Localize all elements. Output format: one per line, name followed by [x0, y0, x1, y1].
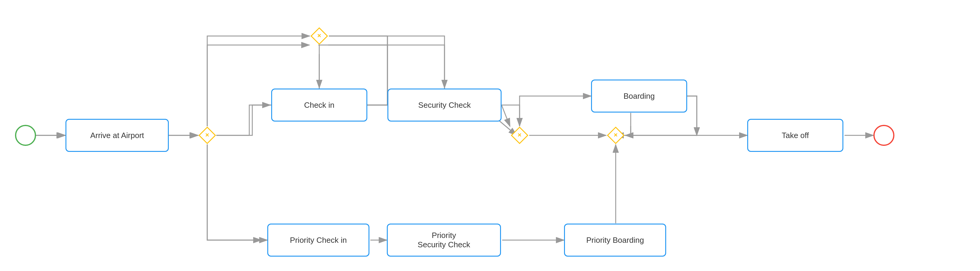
gateway-merge: × [607, 126, 625, 144]
arrive-airport-label: Arrive at Airport [90, 131, 144, 140]
svg-line-11 [501, 105, 510, 126]
takeoff-label: Take off [782, 131, 809, 140]
checkin-label: Check in [304, 101, 334, 110]
security-check-label: Security Check [418, 101, 471, 110]
end-event [873, 125, 894, 146]
svg-text:×: × [614, 131, 618, 139]
priority-security-label: Priority Security Check [418, 231, 470, 249]
svg-text:×: × [205, 131, 209, 139]
gateway1: × [198, 126, 216, 144]
priority-checkin-label: Priority Check in [290, 236, 347, 245]
arrive-airport-node: Arrive at Airport [65, 119, 169, 152]
gateway-top: × [310, 27, 328, 45]
gateway-mid: × [511, 126, 528, 144]
boarding-node: Boarding [591, 79, 687, 113]
priority-boarding-node: Priority Boarding [564, 223, 666, 257]
priority-checkin-node: Priority Check in [267, 223, 369, 257]
start-event [15, 125, 36, 146]
boarding-label: Boarding [624, 92, 655, 101]
svg-text:×: × [317, 32, 321, 39]
priority-boarding-label: Priority Boarding [586, 236, 644, 245]
security-check-node: Security Check [387, 89, 501, 122]
checkin-node: Check in [271, 89, 368, 122]
svg-text:×: × [518, 131, 522, 139]
diagram-container: Arrive at Airport × × Check in Security … [0, 0, 980, 271]
takeoff-node: Take off [747, 119, 843, 152]
priority-security-node: Priority Security Check [387, 223, 501, 257]
